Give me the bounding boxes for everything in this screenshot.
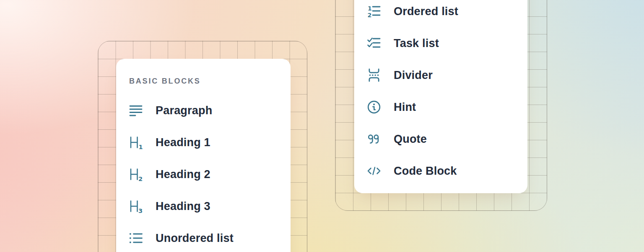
menu-list-basic-blocks: Paragraph Heading 1 Heading 2 Heading 3 … xyxy=(116,94,291,252)
menu-item-ordered-list[interactable]: Ordered list xyxy=(354,0,527,27)
menu-item-label: Quote xyxy=(394,133,427,146)
menu-item-label: Heading 3 xyxy=(156,200,210,213)
h1-icon xyxy=(129,135,143,150)
blocks-menu-panel-continued: Ordered list Task list Divider Hint Quot… xyxy=(354,0,527,193)
menu-item-code-block[interactable]: Code Block xyxy=(354,155,527,187)
menu-item-h1[interactable]: Heading 1 xyxy=(116,126,291,158)
menu-item-label: Hint xyxy=(394,101,416,114)
menu-item-label: Heading 1 xyxy=(156,136,210,149)
hint-icon xyxy=(367,100,381,114)
menu-item-label: Code Block xyxy=(394,165,457,178)
ordered-list-icon xyxy=(367,4,381,18)
quote-icon xyxy=(367,132,381,146)
menu-item-label: Divider xyxy=(394,69,433,82)
menu-item-label: Paragraph xyxy=(156,104,212,117)
menu-item-label: Task list xyxy=(394,37,439,50)
task-list-icon xyxy=(367,36,381,50)
menu-list-more-blocks: Ordered list Task list Divider Hint Quot… xyxy=(354,0,527,187)
menu-item-label: Heading 2 xyxy=(156,168,210,181)
divider-icon xyxy=(367,68,381,82)
h3-icon xyxy=(129,199,143,213)
menu-item-paragraph[interactable]: Paragraph xyxy=(116,94,291,126)
menu-item-hint[interactable]: Hint xyxy=(354,91,527,123)
menu-item-label: Unordered list xyxy=(156,232,234,245)
menu-item-unordered-list[interactable]: Unordered list xyxy=(116,222,291,252)
menu-item-task-list[interactable]: Task list xyxy=(354,27,527,59)
paragraph-icon xyxy=(129,103,143,118)
menu-item-label: Ordered list xyxy=(394,5,458,18)
menu-item-quote[interactable]: Quote xyxy=(354,123,527,155)
menu-item-h3[interactable]: Heading 3 xyxy=(116,190,291,222)
unordered-list-icon xyxy=(129,231,143,245)
menu-item-divider[interactable]: Divider xyxy=(354,59,527,91)
code-block-icon xyxy=(367,164,381,178)
menu-item-h2[interactable]: Heading 2 xyxy=(116,158,291,190)
h2-icon xyxy=(129,167,143,181)
basic-blocks-menu-panel: BASIC BLOCKS Paragraph Heading 1 Heading… xyxy=(116,59,291,252)
section-label-basic-blocks: BASIC BLOCKS xyxy=(129,77,201,85)
